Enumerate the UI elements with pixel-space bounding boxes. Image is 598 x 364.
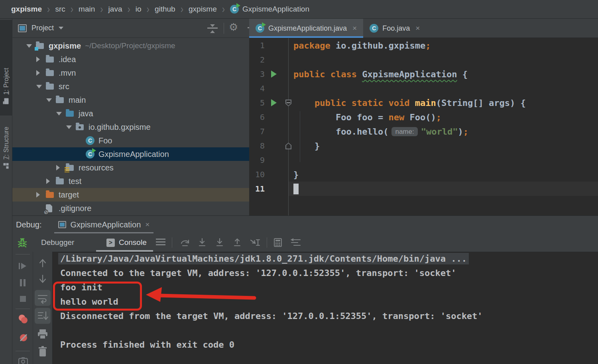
class-icon: C	[370, 24, 378, 33]
console-line: Connected to the target VM, address: '12…	[60, 268, 483, 282]
code-line-5[interactable]: 5 public static void main(String[] args)…	[249, 96, 598, 110]
project-tree: gxpisme~/Desktop/Project/gxpisme.idea.mv…	[12, 39, 249, 215]
tab-console[interactable]: > Console	[106, 233, 147, 252]
chevron-expanded-icon[interactable]	[36, 85, 42, 88]
resume-icon[interactable]	[18, 262, 27, 272]
chevron-expanded-icon[interactable]	[26, 44, 32, 48]
restore-layout-icon[interactable]	[291, 238, 301, 249]
breadcrumb-item[interactable]: io	[136, 5, 142, 14]
code-line-10[interactable]: 10}	[249, 167, 598, 182]
scroll-to-end-button[interactable]	[35, 308, 51, 324]
breadcrumb-separator-icon: ›	[71, 3, 73, 16]
tree-item-foo[interactable]: CFoo	[12, 134, 249, 147]
evaluate-expression-icon[interactable]	[273, 237, 283, 249]
tree-item-label: target	[59, 190, 79, 200]
run-line-icon[interactable]	[271, 99, 277, 106]
code-line-3[interactable]: 3public class GxpismeApplication {	[249, 67, 598, 81]
tree-item-label: main	[69, 96, 86, 105]
tree-item-main[interactable]: main	[12, 93, 249, 107]
sidebar-item-structure[interactable]: 7: Structure	[3, 113, 10, 183]
code-line-2[interactable]: 2	[249, 53, 598, 67]
close-icon[interactable]: ×	[352, 24, 357, 33]
console-icon: >	[106, 239, 115, 247]
code-line-1[interactable]: 1package io.github.gxpisme;	[249, 38, 598, 53]
console-line: Disconnected from the target VM, address…	[60, 311, 483, 325]
navigate-up-icon[interactable]	[38, 258, 47, 270]
close-icon[interactable]: ×	[145, 220, 150, 229]
breadcrumb-item[interactable]: java	[108, 5, 122, 14]
run-to-cursor-icon[interactable]	[250, 237, 262, 249]
tab-debugger[interactable]: Debugger	[41, 233, 74, 252]
stop-icon[interactable]	[20, 296, 27, 304]
tree-item-src[interactable]: src	[12, 80, 249, 93]
pause-icon[interactable]	[20, 279, 27, 288]
tree-item-label: test	[69, 177, 81, 186]
step-into-icon[interactable]	[197, 237, 207, 249]
tree-item-java[interactable]: java	[12, 107, 249, 120]
breadcrumb-item[interactable]: main	[79, 5, 95, 14]
chevron-collapsed-icon[interactable]	[36, 57, 40, 62]
debugger-actions-toolbar	[12, 252, 33, 364]
chevron-down-icon[interactable]	[59, 27, 63, 29]
gear-icon[interactable]: ⚙	[229, 21, 238, 33]
chevron-collapsed-icon[interactable]	[36, 192, 40, 198]
tree-item--idea[interactable]: .idea	[12, 53, 249, 66]
code-line-4[interactable]: 4	[249, 81, 598, 96]
chevron-collapsed-icon[interactable]	[46, 178, 50, 184]
soft-wrap-button[interactable]	[35, 290, 51, 306]
breadcrumb-item[interactable]: gxpisme	[11, 5, 42, 14]
clear-console-icon[interactable]	[38, 346, 47, 359]
package-icon	[76, 124, 84, 130]
force-step-into-icon[interactable]	[214, 237, 225, 249]
code-text: {	[457, 69, 468, 79]
tree-item-test[interactable]: test	[12, 174, 249, 188]
console-output[interactable]: /Library/Java/JavaVirtualMachines/jdk1.8…	[52, 252, 598, 364]
folder-src-icon	[66, 111, 74, 117]
tree-item-resources[interactable]: resources	[12, 161, 249, 174]
breadcrumb: gxpisme›src›main›java›io›github›gxpisme›…	[0, 0, 598, 19]
code-line-6[interactable]: 6 Foo foo = new Foo();	[249, 110, 598, 124]
code-text: }	[293, 170, 299, 180]
breadcrumb-item[interactable]: src	[55, 5, 65, 14]
tree-item-gxpismeapplication[interactable]: CGxpismeApplication	[12, 147, 249, 161]
tree-item-io-github-gxpisme[interactable]: io.github.gxpisme	[12, 120, 249, 134]
code-line-7[interactable]: 7 foo.hello(name:"world");	[249, 124, 598, 139]
view-breakpoints-icon[interactable]	[19, 315, 28, 324]
debug-toolbar: Debugger > Console	[12, 233, 598, 252]
code-area[interactable]: 1package io.github.gxpisme;23public clas…	[249, 38, 598, 215]
chevron-expanded-icon[interactable]	[66, 125, 72, 129]
keyword: new	[388, 112, 409, 122]
breadcrumb-item[interactable]: GxpismeApplication	[242, 5, 309, 14]
sidebar-item-project[interactable]: 1: Project	[3, 55, 10, 117]
step-over-icon[interactable]	[180, 237, 190, 249]
camera-icon[interactable]	[18, 357, 28, 364]
code-line-8[interactable]: 8 }	[249, 139, 598, 153]
collapse-all-button[interactable]	[207, 23, 218, 33]
step-out-icon[interactable]	[232, 237, 242, 249]
editor-tab-gxpismeapplication-java[interactable]: CGxpismeApplication.java×	[249, 19, 363, 38]
code-line-9[interactable]: 9	[249, 153, 598, 167]
tree-item--mvn[interactable]: .mvn	[12, 66, 249, 80]
line-number: 10	[249, 170, 265, 179]
mute-breakpoints-icon[interactable]	[19, 333, 28, 344]
breadcrumb-item[interactable]: github	[155, 5, 175, 14]
layout-settings-icon[interactable]	[156, 239, 165, 247]
code-line-11[interactable]: 11	[249, 182, 598, 196]
tree-item-target[interactable]: target	[12, 188, 249, 202]
tree-item-gxpisme[interactable]: gxpisme~/Desktop/Project/gxpisme	[12, 39, 249, 53]
editor-tab-foo-java[interactable]: CFoo.java×	[363, 19, 426, 38]
run-line-icon[interactable]	[271, 70, 277, 78]
chevron-expanded-icon[interactable]	[56, 112, 62, 115]
chevron-collapsed-icon[interactable]	[36, 70, 40, 76]
debug-session-tab[interactable]: GxpismeApplication ×	[54, 216, 154, 234]
tree-item--gitignore[interactable]: .gitignore	[12, 202, 249, 215]
navigate-down-icon[interactable]	[38, 274, 47, 285]
chevron-expanded-icon[interactable]	[46, 98, 52, 102]
breadcrumb-item[interactable]: gxpisme	[189, 5, 217, 14]
folder-root-icon	[36, 43, 44, 49]
print-icon[interactable]	[37, 329, 48, 341]
line-number: 6	[249, 112, 265, 122]
chevron-collapsed-icon[interactable]	[56, 165, 60, 170]
class-run-icon: C	[256, 24, 264, 33]
close-icon[interactable]: ×	[415, 24, 420, 33]
